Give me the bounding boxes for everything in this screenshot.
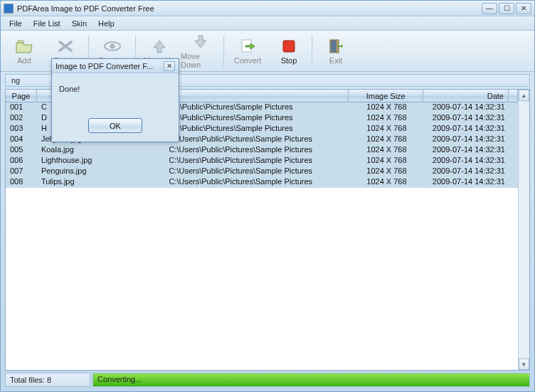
table-row[interactable]: 007Penguins.jpgC:\Users\Public\Pictures\… xyxy=(6,166,518,177)
dialog-button-row: OK xyxy=(52,118,179,142)
cell-size: 1024 X 768 xyxy=(349,102,425,113)
dialog-title-text: Image to PDF Converter F... xyxy=(55,62,164,70)
toolbar-movedown-label: Move Down xyxy=(181,52,221,69)
maximize-button[interactable]: ☐ xyxy=(499,3,514,14)
cell-path: ers\Public\Pictures\Sample Pictures xyxy=(164,102,349,113)
status-total-files: Total files: 8 xyxy=(5,373,90,387)
svg-rect-2 xyxy=(242,40,251,52)
cell-date: 2009-07-14 14:32:31 xyxy=(424,134,509,145)
table-row[interactable]: 006Lighthouse.jpgC:\Users\Public\Picture… xyxy=(6,156,518,166)
cell-page: 004 xyxy=(6,134,37,145)
svg-rect-5 xyxy=(331,41,337,52)
scroll-up-button[interactable]: ▴ xyxy=(519,90,529,101)
menu-filelist[interactable]: File List xyxy=(29,18,65,29)
dialog-close-button[interactable]: ✕ xyxy=(164,61,175,71)
cell-size: 1024 X 768 xyxy=(349,113,425,124)
menu-help[interactable]: Help xyxy=(94,18,119,29)
table-body[interactable]: 001Cers\Public\Pictures\Sample Pictures1… xyxy=(6,102,518,370)
titlebar: PDFArea Image to PDF Converter Free — ☐ … xyxy=(1,1,534,16)
delete-x-icon xyxy=(55,38,75,55)
cell-name: Koala.jpg xyxy=(37,145,164,156)
cell-path: C:\Users\Public\Pictures\Sample Pictures xyxy=(164,134,349,145)
svg-rect-4 xyxy=(330,40,339,53)
arrow-up-icon xyxy=(149,38,169,55)
cell-page: 008 xyxy=(6,177,37,188)
progress-text: Converting... xyxy=(97,375,142,383)
toolbar-separator xyxy=(312,36,313,67)
menu-file[interactable]: File xyxy=(5,18,26,29)
cell-size: 1024 X 768 xyxy=(349,145,425,156)
toolbar-exit[interactable]: Exit xyxy=(315,33,356,70)
toolbar-separator xyxy=(223,36,225,67)
cell-path: C:\Users\Public\Pictures\Sample Pictures xyxy=(164,156,349,166)
cell-path: ers\Public\Pictures\Sample Pictures xyxy=(164,124,349,134)
arrow-down-icon xyxy=(191,33,211,51)
col-size[interactable]: Image Size xyxy=(349,90,424,102)
cell-size: 1024 X 768 xyxy=(349,124,425,134)
cell-date: 2009-07-14 14:32:31 xyxy=(424,124,509,134)
cell-name: Lighthouse.jpg xyxy=(37,156,164,166)
app-icon xyxy=(4,4,14,14)
col-date[interactable]: Date xyxy=(423,90,509,102)
cell-date: 2009-07-14 14:32:31 xyxy=(424,166,509,177)
cell-page: 007 xyxy=(6,166,37,177)
door-exit-icon xyxy=(326,38,346,55)
dialog-titlebar: Image to PDF Converter F... ✕ xyxy=(52,59,179,73)
table-row[interactable]: 005Koala.jpgC:\Users\Public\Pictures\Sam… xyxy=(6,145,518,156)
toolbar-add[interactable]: Add xyxy=(4,33,45,70)
cell-page: 002 xyxy=(6,113,37,124)
svg-point-0 xyxy=(105,42,120,51)
menubar: File File List Skin Help xyxy=(1,16,534,31)
window-title: PDFArea Image to PDF Converter Free xyxy=(17,4,482,13)
cell-path: C:\Users\Public\Pictures\Sample Pictures xyxy=(164,166,349,177)
cell-date: 2009-07-14 14:32:31 xyxy=(424,177,509,188)
cell-size: 1024 X 768 xyxy=(349,166,425,177)
convert-icon xyxy=(238,38,258,55)
toolbar-add-label: Add xyxy=(17,56,31,65)
cell-date: 2009-07-14 14:32:31 xyxy=(424,113,509,124)
cell-date: 2009-07-14 14:32:31 xyxy=(424,145,509,156)
cell-path: ers\Public\Pictures\Sample Pictures xyxy=(164,113,349,124)
minimize-button[interactable]: — xyxy=(482,3,497,14)
toolbar-convert-label: Convert xyxy=(234,56,262,65)
svg-rect-3 xyxy=(283,41,295,52)
eye-icon xyxy=(102,38,122,55)
svg-point-1 xyxy=(110,43,115,48)
cell-size: 1024 X 768 xyxy=(349,177,425,188)
table-row[interactable]: 008Tulips.jpgC:\Users\Public\Pictures\Sa… xyxy=(6,177,518,188)
progress-bar: Converting... xyxy=(92,373,530,387)
toolbar-exit-label: Exit xyxy=(329,56,342,65)
window-controls: — ☐ ✕ xyxy=(482,3,531,14)
cell-name: Penguins.jpg xyxy=(37,166,164,177)
col-path[interactable] xyxy=(164,90,349,102)
cell-size: 1024 X 768 xyxy=(349,156,425,166)
done-dialog: Image to PDF Converter F... ✕ Done! OK xyxy=(51,58,179,142)
close-button[interactable]: ✕ xyxy=(516,3,531,14)
toolbar-stop[interactable]: Stop xyxy=(268,33,309,70)
progress-fill xyxy=(93,374,529,386)
cell-path: C:\Users\Public\Pictures\Sample Pictures xyxy=(164,177,349,188)
cell-date: 2009-07-14 14:32:31 xyxy=(424,156,509,166)
cell-date: 2009-07-14 14:32:31 xyxy=(424,102,509,113)
dialog-ok-button[interactable]: OK xyxy=(88,118,142,133)
cell-name: Tulips.jpg xyxy=(37,177,164,188)
dialog-message: Done! xyxy=(52,73,179,118)
cell-page: 006 xyxy=(6,156,37,166)
toolbar-movedown[interactable]: Move Down xyxy=(180,33,221,70)
cell-page: 001 xyxy=(6,102,37,113)
vertical-scrollbar[interactable]: ▴ ▾ xyxy=(518,90,529,370)
col-spacer xyxy=(509,90,518,102)
toolbar-stop-label: Stop xyxy=(281,56,297,65)
toolbar-convert[interactable]: Convert xyxy=(227,33,268,70)
folder-open-icon xyxy=(14,38,34,55)
cell-page: 005 xyxy=(6,145,37,156)
cell-path: C:\Users\Public\Pictures\Sample Pictures xyxy=(164,145,349,156)
col-page[interactable]: Page xyxy=(6,90,37,102)
scroll-down-button[interactable]: ▾ xyxy=(519,359,529,370)
menu-skin[interactable]: Skin xyxy=(68,18,91,29)
cell-size: 1024 X 768 xyxy=(349,134,425,145)
status-line-text: ng xyxy=(11,76,20,85)
statusbar: Total files: 8 Converting... xyxy=(5,373,530,387)
cell-page: 003 xyxy=(6,124,37,134)
stop-icon xyxy=(279,38,299,55)
